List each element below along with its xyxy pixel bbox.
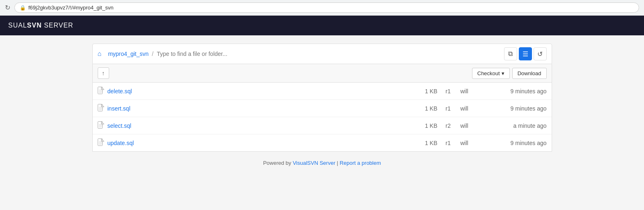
report-problem-link[interactable]: Report a problem xyxy=(340,160,381,166)
checkout-label: Checkout xyxy=(477,70,500,76)
toolbar-actions: Checkout ▾ Download xyxy=(472,68,547,79)
path-actions: ⧉ ☰ ↺ xyxy=(504,47,547,60)
footer: Powered by VisualSVN Server | Report a p… xyxy=(92,152,552,174)
app-logo: SUALSVN SERVER xyxy=(8,22,73,29)
file-revision: r1 xyxy=(446,88,458,95)
file-icon xyxy=(98,104,104,113)
lock-icon: 🔒 xyxy=(20,5,26,11)
history-icon: ↺ xyxy=(537,50,543,58)
file-icon xyxy=(98,121,104,130)
file-revision: r1 xyxy=(446,105,458,112)
table-row: delete.sql 1 KB r1 will 9 minutes ago xyxy=(93,83,552,100)
container: ⌂ mypro4_git_svn / ⧉ ☰ ↺ ↑ xyxy=(76,44,568,174)
copy-icon: ⧉ xyxy=(508,50,513,58)
file-author: will xyxy=(461,122,485,129)
file-size: 1 KB xyxy=(405,122,438,129)
path-bar: ⌂ mypro4_git_svn / ⧉ ☰ ↺ xyxy=(92,44,552,64)
file-author: will xyxy=(461,88,485,95)
file-table: ↑ Checkout ▾ Download xyxy=(92,64,552,152)
reload-button[interactable]: ↻ xyxy=(5,4,10,12)
url-text: f69j2gkvb3upvz7/!/#mypro4_git_svn xyxy=(28,5,113,11)
file-author: will xyxy=(461,140,485,146)
up-directory-button[interactable]: ↑ xyxy=(98,67,109,79)
history-button[interactable]: ↺ xyxy=(534,47,547,60)
logo-suffix: SERVER xyxy=(42,22,73,29)
table-toolbar: ↑ Checkout ▾ Download xyxy=(93,64,552,83)
file-time: 9 minutes ago xyxy=(493,140,547,146)
footer-text: Powered by xyxy=(263,160,293,166)
visualsvn-link[interactable]: VisualSVN Server xyxy=(293,160,335,166)
file-name[interactable]: update.sql xyxy=(108,140,405,146)
checkout-arrow: ▾ xyxy=(502,70,504,76)
up-icon: ↑ xyxy=(102,70,105,76)
logo-bold: SVN xyxy=(27,22,42,29)
download-button[interactable]: Download xyxy=(512,68,547,79)
file-time: a minute ago xyxy=(493,122,547,129)
list-view-button[interactable]: ☰ xyxy=(519,47,532,60)
file-icon xyxy=(98,138,104,147)
logo-prefix: SUAL xyxy=(8,22,27,29)
file-size: 1 KB xyxy=(405,105,438,112)
file-icon xyxy=(98,87,104,95)
browser-chrome: ↻ 🔒 f69j2gkvb3upvz7/!/#mypro4_git_svn xyxy=(0,0,644,16)
search-input[interactable] xyxy=(157,51,501,57)
main-content: ⌂ mypro4_git_svn / ⧉ ☰ ↺ ↑ xyxy=(0,35,644,210)
address-bar[interactable]: 🔒 f69j2gkvb3upvz7/!/#mypro4_git_svn xyxy=(14,2,639,13)
table-row: update.sql 1 KB r1 will 9 minutes ago xyxy=(93,134,552,151)
list-view-icon: ☰ xyxy=(523,50,528,58)
file-name[interactable]: insert.sql xyxy=(108,105,405,112)
home-icon[interactable]: ⌂ xyxy=(98,50,102,58)
download-label: Download xyxy=(518,70,541,76)
copy-url-button[interactable]: ⧉ xyxy=(504,47,517,60)
file-revision: r1 xyxy=(446,140,458,146)
file-name[interactable]: delete.sql xyxy=(108,88,405,95)
file-revision: r2 xyxy=(446,122,458,129)
footer-separator: | xyxy=(335,160,340,166)
repo-link[interactable]: mypro4_git_svn xyxy=(108,51,149,57)
file-author: will xyxy=(461,105,485,112)
file-size: 1 KB xyxy=(405,88,438,95)
file-name[interactable]: select.sql xyxy=(108,122,405,129)
file-size: 1 KB xyxy=(405,140,438,146)
file-time: 9 minutes ago xyxy=(493,88,547,95)
file-list: delete.sql 1 KB r1 will 9 minutes ago in… xyxy=(93,83,552,151)
checkout-button[interactable]: Checkout ▾ xyxy=(472,68,510,79)
table-row: select.sql 1 KB r2 will a minute ago xyxy=(93,117,552,134)
table-row: insert.sql 1 KB r1 will 9 minutes ago xyxy=(93,100,552,117)
app-header: SUALSVN SERVER xyxy=(0,16,644,35)
path-slash: / xyxy=(152,51,154,57)
file-time: 9 minutes ago xyxy=(493,105,547,112)
